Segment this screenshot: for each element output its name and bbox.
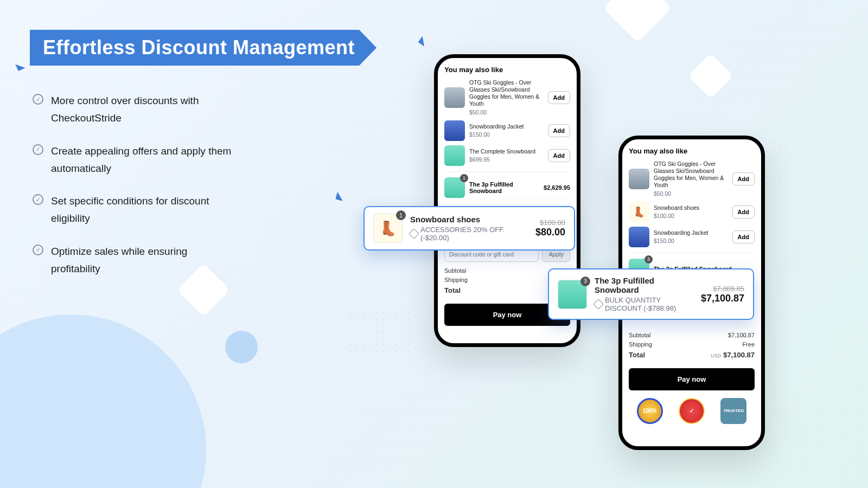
product-name: Snowboard shoes: [410, 215, 528, 224]
total-row: TotalUSD$7,100.87: [629, 351, 755, 359]
product-thumb-icon: [629, 227, 649, 247]
add-button[interactable]: Add: [732, 172, 755, 185]
product-thumb-icon: [444, 145, 465, 166]
triangle-decor: ◣: [417, 34, 430, 48]
cart-line-item: 1 The 3p Fulfilled Snowboard $2,629.95: [444, 171, 570, 198]
discount-callout-card: 3 The 3p Fulfilled Snowboard BULK QUANTI…: [548, 268, 754, 320]
discount-callout-card: 👢1 Snowboard shoes ACCESSORIES 20% OFF. …: [363, 206, 575, 251]
product-name: Snowboarding Jacket: [654, 229, 728, 236]
add-button[interactable]: Add: [548, 91, 570, 104]
qty-badge: 1: [396, 210, 406, 220]
feature-text: Optimize sales while ensuring profitabil…: [51, 243, 239, 278]
product-name: Snowboard shoes: [654, 204, 728, 211]
section-title: You may also like: [444, 66, 570, 74]
upsell-item: OTG Ski Goggles - Over Glasses Ski/Snowb…: [629, 160, 755, 197]
feature-item: ✓ More control over discounts with Check…: [33, 92, 239, 127]
add-button[interactable]: Add: [548, 149, 570, 162]
product-thumb-icon: 3: [558, 280, 587, 309]
page-heading: Effortless Discount Management: [30, 30, 376, 66]
trusted-seller-badge-icon: TRUSTED: [720, 398, 746, 424]
add-button[interactable]: Add: [732, 230, 755, 243]
product-name: The Complete Snowboard: [469, 148, 544, 155]
bg-circle-small: [225, 331, 258, 363]
trust-badges-row: 100% ✓ TRUSTED: [629, 398, 755, 424]
discount-label: ACCESSORIES 20% OFF. (-$20.00): [410, 226, 528, 242]
diamond-decor: [603, 0, 672, 43]
triangle-decor: ◣: [14, 59, 26, 73]
product-name: The 3p Fulfilled Snowboard: [595, 276, 693, 294]
tag-icon: [409, 228, 419, 239]
product-name: OTG Ski Goggles - Over Glasses Ski/Snowb…: [654, 160, 728, 189]
check-icon: ✓: [33, 144, 43, 155]
product-name: OTG Ski Goggles - Over Glasses Ski/Snowb…: [469, 79, 544, 108]
qty-badge: 3: [580, 277, 590, 286]
subtotal-row: Subtotal$7,100.87: [629, 332, 755, 338]
bg-circle-large: [0, 314, 206, 488]
satisfaction-badge-icon: 100%: [637, 398, 663, 424]
tag-icon: [593, 299, 604, 310]
upsell-item: Snowboarding Jacket $150.00 Add: [444, 120, 570, 141]
dot-grid-decor: [347, 309, 412, 352]
product-thumb-icon: [444, 120, 465, 141]
product-thumb-icon: [444, 87, 465, 108]
check-icon: ✓: [33, 94, 43, 105]
original-price: $7,889.85: [701, 285, 744, 293]
feature-list: ✓ More control over discounts with Check…: [33, 92, 239, 293]
product-price: $699.95: [469, 156, 544, 163]
cart-item-price: $2,629.95: [544, 184, 570, 191]
pay-now-button[interactable]: Pay now: [629, 368, 755, 390]
feature-item: ✓ Optimize sales while ensuring profitab…: [33, 243, 239, 278]
shipping-row: ShippingFree: [629, 341, 755, 348]
product-thumb-icon: 👢: [629, 202, 649, 222]
triangle-decor: ◣: [335, 189, 345, 203]
product-price: $50.00: [469, 109, 544, 116]
section-title: You may also like: [629, 147, 755, 155]
product-thumb-icon: 👢1: [373, 214, 403, 243]
upsell-item: Snowboarding Jacket $150.00 Add: [629, 227, 755, 247]
discounted-price: $7,100.87: [701, 293, 744, 304]
feature-item: ✓ Create appealing offers and apply them…: [33, 143, 239, 178]
feature-text: Set specific conditions for discount eli…: [51, 192, 239, 228]
product-price: $100.00: [654, 213, 728, 220]
upsell-item: The Complete Snowboard $699.95 Add: [444, 145, 570, 166]
feature-text: Create appealing offers and apply them a…: [51, 143, 239, 178]
check-icon: ✓: [33, 245, 43, 255]
original-price: $100.00: [535, 219, 565, 227]
discounted-price: $80.00: [535, 227, 565, 238]
check-icon: ✓: [33, 194, 43, 205]
feature-text: More control over discounts with Checkou…: [51, 92, 239, 127]
product-thumb-icon: 1: [444, 177, 465, 198]
product-price: $150.00: [469, 131, 544, 138]
upsell-item: OTG Ski Goggles - Over Glasses Ski/Snowb…: [444, 79, 570, 116]
award-badge-icon: ✓: [679, 398, 705, 424]
diamond-decor: [688, 53, 734, 99]
feature-item: ✓ Set specific conditions for discount e…: [33, 192, 239, 228]
product-thumb-icon: [629, 169, 649, 189]
add-button[interactable]: Add: [732, 206, 755, 219]
product-name: Snowboarding Jacket: [469, 123, 544, 130]
product-price: $50.00: [654, 190, 728, 197]
add-button[interactable]: Add: [548, 124, 570, 137]
upsell-item: 👢 Snowboard shoes $100.00 Add: [629, 202, 755, 222]
discount-label: BULK QUANTITY DISCOUNT (-$788.98): [595, 296, 693, 312]
qty-badge: 3: [644, 255, 653, 264]
cart-item-name: The 3p Fulfilled Snowboard: [469, 181, 539, 194]
product-price: $150.00: [654, 237, 728, 245]
qty-badge: 1: [460, 174, 468, 182]
